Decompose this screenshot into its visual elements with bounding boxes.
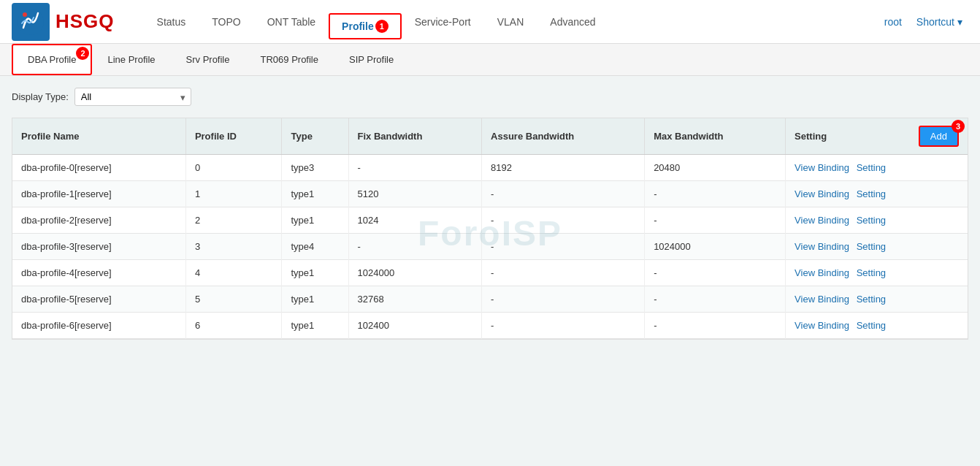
cell-fix-bandwidth: 1024000: [348, 260, 482, 286]
tab-srv-profile[interactable]: Srv Profile: [171, 45, 245, 75]
add-button-badge: 3: [952, 120, 965, 133]
col-fix-bandwidth: Fix Bandwidth: [348, 118, 482, 155]
setting-link[interactable]: Setting: [857, 162, 886, 173]
view-binding-link[interactable]: View Binding: [795, 188, 849, 199]
cell-actions: View Binding Setting: [786, 260, 968, 286]
display-type-select[interactable]: All type1 type3 type4: [74, 88, 191, 106]
add-button[interactable]: Add 3: [919, 126, 959, 147]
cell-profile-name: dba-profile-1[reserve]: [12, 181, 185, 207]
cell-max-bandwidth: -: [645, 207, 786, 234]
data-table-container: Profile Name Profile ID Type Fix Bandwid…: [12, 118, 968, 340]
cell-profile-id: 5: [185, 286, 282, 313]
setting-link[interactable]: Setting: [857, 294, 886, 305]
cell-fix-bandwidth: -: [348, 155, 482, 181]
nav-profile-label: Profile: [342, 20, 374, 32]
add-button-label: Add: [930, 131, 947, 142]
nav-profile[interactable]: Profile 1: [329, 13, 402, 39]
table-row: dba-profile-3[reserve] 3 type4 - - 10240…: [12, 234, 968, 260]
cell-type: type1: [282, 286, 348, 313]
col-setting: Setting Add 3: [786, 118, 968, 155]
nav-root: root: [878, 16, 908, 28]
chevron-down-icon: ▾: [957, 16, 962, 28]
cell-assure-bandwidth: -: [482, 260, 645, 286]
cell-max-bandwidth: -: [645, 286, 786, 313]
cell-profile-name: dba-profile-5[reserve]: [12, 286, 185, 313]
table-row: dba-profile-4[reserve] 4 type1 1024000 -…: [12, 260, 968, 286]
cell-profile-id: 2: [185, 207, 282, 234]
nav-topo[interactable]: TOPO: [199, 0, 253, 44]
table-header-row: Profile Name Profile ID Type Fix Bandwid…: [12, 118, 968, 155]
logo-icon: [12, 3, 50, 41]
display-type-row: Display Type: All type1 type3 type4: [12, 88, 968, 106]
nav-ont-table[interactable]: ONT Table: [254, 0, 329, 44]
cell-actions: View Binding Setting: [786, 207, 968, 234]
view-binding-link[interactable]: View Binding: [795, 162, 849, 173]
table-row: dba-profile-0[reserve] 0 type3 - 8192 20…: [12, 155, 968, 181]
cell-fix-bandwidth: 5120: [348, 181, 482, 207]
cell-profile-name: dba-profile-3[reserve]: [12, 234, 185, 260]
cell-assure-bandwidth: -: [482, 207, 645, 234]
cell-profile-id: 3: [185, 234, 282, 260]
view-binding-link[interactable]: View Binding: [795, 215, 849, 226]
setting-link[interactable]: Setting: [857, 188, 886, 199]
table-body: dba-profile-0[reserve] 0 type3 - 8192 20…: [12, 155, 968, 339]
view-binding-link[interactable]: View Binding: [795, 267, 849, 278]
nav-status[interactable]: Status: [144, 0, 199, 44]
cell-actions: View Binding Setting: [786, 313, 968, 339]
view-binding-link[interactable]: View Binding: [795, 294, 849, 305]
cell-max-bandwidth: -: [645, 313, 786, 339]
cell-fix-bandwidth: 32768: [348, 286, 482, 313]
cell-assure-bandwidth: -: [482, 286, 645, 313]
tab-line-profile[interactable]: Line Profile: [92, 45, 170, 75]
cell-assure-bandwidth: -: [482, 234, 645, 260]
cell-profile-name: dba-profile-4[reserve]: [12, 260, 185, 286]
cell-actions: View Binding Setting: [786, 286, 968, 313]
setting-header: Setting Add 3: [795, 126, 959, 147]
view-binding-link[interactable]: View Binding: [795, 320, 849, 331]
cell-assure-bandwidth: 8192: [482, 155, 645, 181]
col-profile-id: Profile ID: [185, 118, 282, 155]
logo-area: HSGQ: [12, 3, 115, 41]
cell-profile-name: dba-profile-0[reserve]: [12, 155, 185, 181]
col-assure-bandwidth: Assure Bandwidth: [482, 118, 645, 155]
view-binding-link[interactable]: View Binding: [795, 241, 849, 252]
tab-dba-profile[interactable]: DBA Profile 2: [12, 44, 92, 75]
cell-assure-bandwidth: -: [482, 313, 645, 339]
cell-actions: View Binding Setting: [786, 181, 968, 207]
setting-link[interactable]: Setting: [857, 267, 886, 278]
cell-type: type1: [282, 207, 348, 234]
cell-profile-id: 0: [185, 155, 282, 181]
tab-dba-label: DBA Profile: [28, 54, 76, 65]
cell-fix-bandwidth: 1024: [348, 207, 482, 234]
cell-profile-name: dba-profile-6[reserve]: [12, 313, 185, 339]
nav-vlan[interactable]: VLAN: [484, 0, 537, 44]
main-nav: Status TOPO ONT Table Profile 1 Service-…: [144, 0, 878, 44]
col-type: Type: [282, 118, 348, 155]
cell-fix-bandwidth: -: [348, 234, 482, 260]
tab-dba-badge: 2: [76, 47, 89, 60]
setting-link[interactable]: Setting: [857, 241, 886, 252]
content-area: Display Type: All type1 type3 type4 Prof…: [0, 76, 980, 351]
nav-advanced[interactable]: Advanced: [537, 0, 608, 44]
cell-profile-id: 6: [185, 313, 282, 339]
tab-tr069-profile[interactable]: TR069 Profile: [245, 45, 334, 75]
data-table: Profile Name Profile ID Type Fix Bandwid…: [12, 118, 968, 339]
cell-type: type4: [282, 234, 348, 260]
cell-profile-name: dba-profile-2[reserve]: [12, 207, 185, 234]
setting-link[interactable]: Setting: [857, 215, 886, 226]
nav-profile-badge: 1: [375, 20, 388, 33]
cell-type: type1: [282, 260, 348, 286]
header: HSGQ Status TOPO ONT Table Profile 1 Ser…: [0, 0, 980, 44]
tab-sip-profile[interactable]: SIP Profile: [334, 45, 409, 75]
cell-profile-id: 4: [185, 260, 282, 286]
shortcut-label: Shortcut: [916, 16, 954, 28]
svg-point-1: [23, 12, 27, 17]
cell-actions: View Binding Setting: [786, 234, 968, 260]
nav-shortcut[interactable]: Shortcut ▾: [911, 16, 968, 28]
setting-link[interactable]: Setting: [857, 320, 886, 331]
cell-assure-bandwidth: -: [482, 181, 645, 207]
cell-type: type3: [282, 155, 348, 181]
col-max-bandwidth: Max Bandwidth: [645, 118, 786, 155]
cell-max-bandwidth: 1024000: [645, 234, 786, 260]
nav-service-port[interactable]: Service-Port: [402, 0, 484, 44]
